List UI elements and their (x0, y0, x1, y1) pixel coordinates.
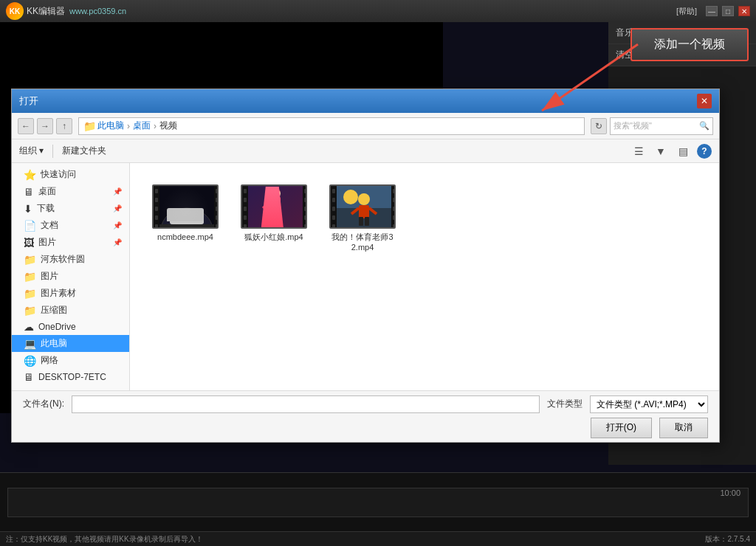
svg-rect-48 (332, 198, 335, 202)
nav-item-network[interactable]: 🌐 网络 (12, 352, 129, 369)
svg-rect-56 (393, 224, 396, 229)
svg-point-1 (161, 208, 213, 229)
nav-forward-button[interactable]: → (37, 118, 53, 134)
search-placeholder: 搜索"视频" (614, 120, 652, 131)
new-folder-label: 新建文件夹 (62, 145, 106, 157)
timeline-area: 10:00 (0, 472, 756, 531)
view-details-button[interactable]: ☰ (630, 143, 647, 159)
view-preview-button[interactable]: ▤ (675, 143, 691, 159)
filename-input[interactable] (72, 395, 540, 413)
version-text: 版本：2.7.5.4 (705, 534, 750, 545)
website-text: www.pc0359.cn (69, 7, 126, 15)
svg-rect-9 (155, 189, 158, 193)
dialog-content: ⭐ 快速访问 🖥 桌面 📌 ⬇ 下载 📌 📄 文档 📌 🖼 图片 � (12, 163, 719, 390)
svg-rect-30 (244, 224, 247, 229)
add-video-button[interactable]: 添加一个视频 (630, 28, 749, 61)
file-thumbnail-3 (329, 184, 396, 229)
dialog-cancel-button[interactable]: 取消 (659, 418, 708, 438)
maximize-button[interactable]: □ (722, 6, 734, 16)
new-folder-button[interactable]: 新建文件夹 (62, 145, 106, 157)
nav-item-compressed[interactable]: 📁 压缩图 (12, 302, 129, 319)
svg-rect-0 (154, 186, 219, 229)
filetype-select[interactable]: 文件类型 (*.AVI;*.MP4) (590, 395, 708, 413)
breadcrumb-pc[interactable]: 此电脑 (97, 120, 124, 132)
nav-item-onedrive[interactable]: ☁ OneDrive (12, 319, 129, 335)
file-name-3: 我的！体育老师32.mp4 (329, 232, 396, 253)
svg-point-39 (358, 193, 370, 205)
nav-up-button[interactable]: ↑ (56, 118, 72, 134)
onedrive-icon: ☁ (24, 321, 34, 333)
dialog-bottom: 文件名(N): 文件类型 文件类型 (*.AVI;*.MP4) 打开(O) 取消 (12, 390, 719, 442)
svg-rect-29 (244, 215, 247, 220)
nav-item-quick-access[interactable]: ⭐ 快速访问 (12, 166, 129, 183)
svg-rect-12 (155, 215, 158, 220)
nav-back-button[interactable]: ← (18, 118, 34, 134)
nav-item-desktop-etc[interactable]: 🖥 DESKTOP-7ETC (12, 369, 129, 385)
svg-rect-3 (174, 208, 199, 217)
organize-label: 组织 ▾ (19, 145, 44, 157)
svg-point-5 (199, 217, 203, 221)
pin-icon-2: 📌 (113, 204, 122, 212)
filename-label: 文件名(N): (23, 398, 64, 410)
nav-label-documents: 文档 (41, 219, 58, 232)
svg-rect-34 (304, 215, 307, 220)
svg-rect-17 (216, 215, 219, 220)
nav-item-pic-materials[interactable]: 📁 图片素材 (12, 285, 129, 302)
nav-label-network: 网络 (41, 354, 58, 367)
svg-rect-10 (155, 198, 158, 202)
file-thumbnail-2 (241, 184, 307, 229)
breadcrumb-desktop[interactable]: 桌面 (133, 120, 151, 132)
nav-pane: ⭐ 快速访问 🖥 桌面 📌 ⬇ 下载 📌 📄 文档 📌 🖼 图片 � (12, 163, 130, 390)
nav-item-this-pc[interactable]: 💻 此电脑 (12, 335, 129, 352)
nav-item-documents[interactable]: 📄 文档 📌 (12, 217, 129, 234)
svg-rect-13 (155, 224, 158, 229)
dialog-help-button[interactable]: ? (697, 144, 712, 159)
search-bar[interactable]: 搜索"视频" 🔍 (610, 117, 713, 135)
svg-rect-54 (393, 207, 396, 211)
file-item-1[interactable]: ncmbdeee.mp4 (148, 182, 222, 256)
view-toggle-button[interactable]: ▼ (653, 143, 669, 159)
timeline-ruler[interactable]: 10:00 (7, 488, 749, 517)
pin-icon-3: 📌 (113, 221, 122, 229)
dialog-navbar: ← → ↑ 📁 此电脑 › 桌面 › 视频 ↻ 搜索"视频" 🔍 (12, 113, 719, 139)
dialog-title: 打开 (19, 94, 38, 108)
help-button[interactable]: [帮助] (672, 4, 701, 18)
svg-rect-27 (244, 198, 247, 202)
breadcrumb-sep1: › (127, 121, 130, 131)
file-area[interactable]: ncmbdeee.mp4 (130, 163, 719, 390)
pics2-icon: 📁 (24, 271, 36, 283)
svg-rect-31 (304, 189, 307, 193)
refresh-button[interactable]: ↻ (591, 118, 607, 134)
nav-item-desktop[interactable]: 🖥 桌面 📌 (12, 183, 129, 200)
nav-item-hedong[interactable]: 📁 河东软件圆 (12, 251, 129, 268)
pictures-icon: 🖼 (24, 237, 34, 249)
status-bar: 注：仅支持KK视频，其他视频请用KK录像机录制后再导入！ 版本：2.7.5.4 (0, 531, 756, 546)
sports-thumbnail-svg (331, 186, 396, 229)
minimize-button[interactable]: — (706, 6, 718, 16)
dialog-open-button[interactable]: 打开(O) (591, 418, 652, 438)
dialog-close-button[interactable]: ✕ (697, 94, 712, 108)
file-name-1: ncmbdeee.mp4 (157, 232, 213, 242)
nav-label-this-pc: 此电脑 (41, 337, 67, 350)
breadcrumb-current: 视频 (159, 120, 177, 132)
app-logo: KK (6, 2, 24, 20)
file-item-2[interactable]: 狐妖小红娘.mp4 (237, 182, 311, 256)
anime-thumbnail-svg (242, 186, 307, 229)
nav-item-pictures[interactable]: 🖼 图片 📌 (12, 234, 129, 251)
close-button[interactable]: ✕ (738, 6, 750, 16)
svg-rect-26 (244, 189, 247, 193)
nav-label-pictures: 图片 (38, 236, 56, 249)
nav-item-downloads[interactable]: ⬇ 下载 📌 (12, 200, 129, 217)
dialog-bottom-row1: 文件名(N): 文件类型 文件类型 (*.AVI;*.MP4) (23, 395, 708, 413)
organize-button[interactable]: 组织 ▾ (19, 145, 44, 157)
file-item-3[interactable]: 我的！体育老师32.mp4 (326, 182, 399, 256)
nav-item-pics2[interactable]: 📁 图片 (12, 268, 129, 285)
documents-icon: 📄 (24, 220, 36, 232)
svg-rect-6 (154, 224, 219, 229)
file-thumbnail-1 (152, 184, 219, 229)
nav-label-hedong: 河东软件圆 (41, 253, 85, 266)
nav-label-onedrive: OneDrive (38, 322, 76, 332)
svg-rect-33 (304, 207, 307, 211)
network-icon: 🌐 (24, 355, 36, 367)
file-name-2: 狐妖小红娘.mp4 (244, 232, 303, 242)
